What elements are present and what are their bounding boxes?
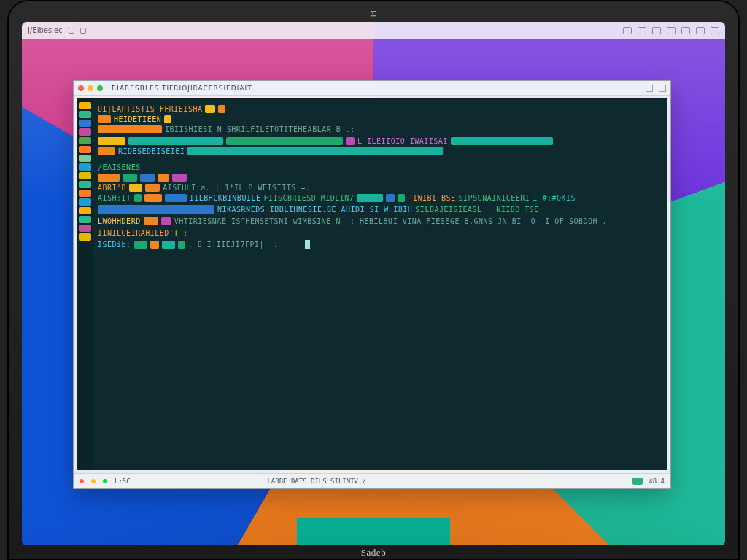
terminal-statusbar: L:5C LARBE DATS DILS SILINTV / 48.4 [74, 473, 670, 488]
code-highlight [98, 115, 111, 123]
menu-square-icon[interactable] [681, 27, 690, 34]
code-highlight [134, 241, 147, 249]
code-highlight [386, 194, 395, 202]
status-dot-icon [80, 479, 84, 483]
code-highlight [187, 147, 443, 155]
code-token: I #:#OKIS [533, 192, 576, 203]
terminal-code[interactable]: UI|LAPTISTIS FFRIEISHAHEIDETIEENIBIISHIE… [93, 99, 667, 470]
code-highlight [150, 241, 159, 249]
terminal-titlebar[interactable]: RIARESBLESITIFRIOJIRACERSIEDIAIT [74, 81, 670, 96]
code-highlight [140, 174, 155, 182]
terminal-line: LWOHHDERDVHTIRIESNAE IS^HENSETSNI wIMBSI… [98, 216, 662, 226]
code-highlight [451, 137, 553, 145]
device-brand: Sadeb [361, 547, 386, 559]
zoom-icon[interactable] [97, 85, 103, 91]
code-highlight [98, 125, 162, 133]
code-highlight [158, 174, 169, 182]
os-menubar[interactable]: J/Eibesiec [22, 22, 725, 39]
code-highlight [165, 194, 187, 202]
code-highlight [162, 241, 175, 249]
terminal-line: NIKASRNEDS IBBLIHNESIE.BE AHIDI SI W IBI… [98, 204, 662, 214]
code-token: UI|LAPTISTIS FFRIEISHA [98, 104, 202, 114]
code-highlight [98, 174, 120, 182]
camera-icon: ⏍ [366, 6, 381, 19]
terminal-line: AISH:ITIILBHCKBINBUILEFIISCBRIESD MIDLIN… [98, 192, 662, 203]
status-right: 48.4 [649, 478, 665, 485]
code-highlight [123, 174, 137, 182]
code-token: AISH:IT [98, 192, 131, 203]
code-token: AISEHUI a. | 1*IL B WEISIITS =. [163, 182, 310, 193]
terminal-line: ABRI'BAISEHUI a. | 1*IL B WEISIITS =. [98, 182, 662, 192]
code-token: IWIBI BSE [408, 192, 455, 203]
code-token: FIISCBRIESD MIDLIN7 [263, 192, 354, 203]
code-highlight [357, 194, 383, 202]
code-token: NIKASRNEDS IBBLIHNESIE.BE AHIDI SI W IBI… [217, 204, 412, 215]
terminal-cursor [305, 240, 310, 249]
window-btn-icon[interactable] [646, 85, 653, 92]
code-highlight [144, 217, 158, 225]
code-highlight [128, 137, 223, 145]
code-highlight [205, 105, 215, 113]
code-highlight [178, 241, 185, 249]
code-highlight [172, 174, 187, 182]
code-token: ABRI'B [98, 182, 126, 193]
code-highlight [226, 137, 343, 145]
code-token: HEIDETIEEN [114, 114, 161, 125]
laptop-frame: ⏍ Sadeb J/Eibesiec [7, 0, 740, 560]
menubar-app-label[interactable]: J/Eibesiec [28, 26, 63, 34]
code-token: VHTIRIESNAE IS^HENSETSNI wIMBSINE N : HE… [174, 216, 607, 227]
terminal-line: IBIISHIESI N SHRILFILETOTITEHEABLAR B .: [98, 124, 662, 134]
code-highlight [190, 174, 233, 182]
code-highlight [98, 205, 214, 214]
terminal-line: /EAISENES [98, 162, 662, 172]
menubar-item-icon[interactable] [69, 28, 74, 34]
code-highlight [129, 184, 142, 192]
grid-icon[interactable] [667, 27, 676, 34]
code-token: IINILGEIRAHILED'T : [98, 228, 188, 238]
menu-square-icon[interactable] [696, 27, 705, 34]
window-btn-icon[interactable] [659, 85, 666, 92]
code-token: RIDESEDEISEIEI [118, 146, 185, 157]
desktop[interactable]: RIARESBLESITIFRIOJIRACERSIEDIAIT UI|LAPT… [22, 39, 725, 545]
wifi-icon[interactable] [623, 27, 632, 34]
window-controls[interactable] [78, 85, 103, 91]
code-token: /EAISENES [98, 162, 141, 173]
close-icon[interactable] [78, 85, 84, 91]
status-dot-icon [91, 479, 96, 483]
status-center: LARBE DATS DILS SILINTV / [267, 478, 365, 485]
status-dot-icon [103, 479, 107, 483]
code-highlight [218, 105, 225, 113]
menubar-item-icon[interactable] [80, 28, 86, 34]
terminal-body[interactable]: UI|LAPTISTIS FFRIEISHAHEIDETIEENIBIISHIE… [77, 98, 667, 470]
code-highlight [145, 184, 160, 192]
code-highlight [398, 194, 405, 202]
code-token: . B I|IIEJI7FPI| : [188, 239, 279, 250]
code-highlight [346, 137, 355, 145]
code-token: LWOHHDERD [98, 216, 141, 227]
code-token: SIPSUNAINICEERI [459, 192, 530, 203]
code-token: ISEDib: [98, 239, 131, 250]
code-token: L ILEIIOIO IWAIISAI [357, 136, 448, 147]
status-left: L:5C [115, 478, 131, 485]
screen: J/Eibesiec [22, 22, 725, 545]
hamburger-icon[interactable] [711, 27, 719, 34]
code-token: SILBAJEISIEASL NIIBO TSE [415, 204, 539, 215]
battery-icon[interactable] [652, 27, 661, 34]
terminal-line: HEIDETIEEN [98, 114, 662, 124]
minimize-icon[interactable] [88, 85, 93, 91]
terminal-line: UI|LAPTISTIS FFRIEISHA [98, 104, 662, 114]
terminal-title: RIARESBLESITIFRIOJIRACERSIEDIAIT [112, 85, 252, 92]
code-token: IILBHCKBINBUILE [190, 192, 261, 203]
terminal-line: L ILEIIOIO IWAIISAI [98, 136, 662, 146]
status-chip-icon [632, 478, 643, 485]
terminal-window[interactable]: RIARESBLESITIFRIOJIRACERSIEDIAIT UI|LAPT… [73, 80, 671, 489]
terminal-line: IINILGEIRAHILED'T : [98, 228, 662, 238]
code-highlight [134, 194, 142, 202]
code-highlight [144, 194, 162, 202]
code-token: IBIISHIESI N SHRILFILETOTITEHEABLAR B .: [165, 124, 355, 135]
code-highlight [161, 217, 171, 225]
code-highlight [98, 147, 115, 155]
terminal-line [98, 172, 662, 182]
monitor-icon[interactable] [638, 27, 646, 34]
terminal-gutter [77, 99, 93, 470]
